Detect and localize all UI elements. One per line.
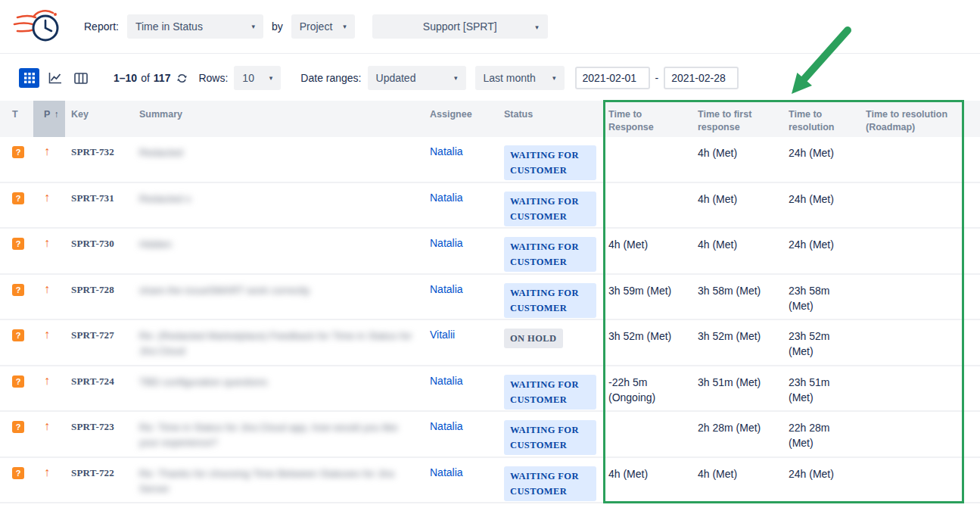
assignee-link[interactable]: Natalia <box>430 237 463 249</box>
toolbar: 1–10 of 117 Rows: 10 ▾ Date ranges: Upda… <box>0 58 980 98</box>
issue-summary-redacted: Redacted <box>139 145 183 160</box>
time-to-resolution-cell: 24h (Met) <box>782 458 860 503</box>
question-type-icon: ? <box>12 146 24 158</box>
question-type-icon: ? <box>12 284 24 296</box>
time-to-resolution-cell: 24h (Met) <box>782 229 860 273</box>
grid-view-button[interactable] <box>19 68 39 88</box>
date-to-input[interactable] <box>664 67 739 89</box>
time-to-response-cell <box>602 183 692 228</box>
time-to-resolution-roadmap-cell <box>860 275 960 319</box>
clock-logo-icon <box>12 6 64 47</box>
table-row[interactable]: ? ↑ SPRT-730 Hidden Natalia WAITING FOR … <box>0 229 980 275</box>
chevron-down-icon: ▾ <box>535 24 539 31</box>
chevron-down-icon: ▾ <box>343 23 347 30</box>
column-header-type[interactable]: T <box>0 101 33 137</box>
app-logo <box>12 6 64 47</box>
issue-summary-redacted: Redacted x <box>139 192 191 207</box>
issue-summary-redacted: TBD configuration questions <box>139 375 268 390</box>
table-row[interactable]: ? ↑ SPRT-727 Re: (Redacted Marketplace) … <box>0 320 980 366</box>
column-header-time-to-first-response[interactable]: Time to first response <box>692 101 782 137</box>
status-badge: WAITING FOR CUSTOMER <box>504 420 596 455</box>
pagination-of-label: of <box>141 72 150 84</box>
question-type-icon: ? <box>12 375 24 388</box>
column-header-status[interactable]: Status <box>498 101 602 137</box>
table-row[interactable]: ? ↑ SPRT-724 TBD configuration questions… <box>0 366 980 413</box>
time-to-first-response-cell: 4h (Met) <box>692 183 782 228</box>
priority-up-icon: ↑ <box>44 191 50 204</box>
issues-table: T P ↑ Key Summary Assignee Status Time t… <box>0 101 980 503</box>
chevron-down-icon: ▾ <box>454 75 458 82</box>
issue-summary-redacted: Re: Time in Status for Jira Cloud app, h… <box>139 420 416 451</box>
status-badge: WAITING FOR CUSTOMER <box>504 145 596 180</box>
assignee-link[interactable]: Vitalii <box>430 329 455 341</box>
rows-per-page-select[interactable]: 10 ▾ <box>234 66 281 90</box>
report-label: Report: <box>84 20 119 33</box>
pagination-range: 1–10 <box>114 72 137 84</box>
question-type-icon: ? <box>12 329 24 341</box>
scope-select[interactable]: Project ▾ <box>291 14 355 39</box>
pagination: 1–10 of 117 <box>114 72 188 84</box>
scope-value: Project <box>300 20 333 33</box>
sort-ascending-icon: ↑ <box>54 109 59 120</box>
priority-up-icon: ↑ <box>44 282 50 295</box>
assignee-link[interactable]: Natalia <box>430 145 463 157</box>
board-view-button[interactable] <box>70 68 91 88</box>
table-row[interactable]: ? ↑ SPRT-723 Re: Time in Status for Jira… <box>0 412 980 458</box>
column-header-time-to-resolution-roadmap[interactable]: Time to resolution (Roadmap) <box>860 101 960 137</box>
question-type-icon: ? <box>12 467 24 479</box>
issue-summary-redacted: Re: Thanks for choosing Time Between Sta… <box>139 466 416 497</box>
issue-key: SPRT-722 <box>71 467 114 478</box>
priority-up-icon: ↑ <box>44 328 50 341</box>
time-to-response-cell: -22h 5m (Ongoing) <box>602 366 692 411</box>
table-row[interactable]: ? ↑ SPRT-732 Redacted Natalia WAITING FO… <box>0 137 980 183</box>
column-header-key[interactable]: Key <box>65 101 133 137</box>
table-row[interactable]: ? ↑ SPRT-728 share the issueSMART work c… <box>0 275 980 321</box>
time-to-response-cell: 3h 52m (Met) <box>602 320 692 365</box>
issue-key: SPRT-732 <box>71 146 114 157</box>
time-to-resolution-cell: 23h 52m (Met) <box>782 320 860 365</box>
status-badge: ON HOLD <box>504 329 563 348</box>
priority-column-label: P <box>44 109 50 120</box>
status-badge: WAITING FOR CUSTOMER <box>504 192 596 226</box>
table-row[interactable]: ? ↑ SPRT-722 Re: Thanks for choosing Tim… <box>0 458 980 504</box>
assignee-link[interactable]: Natalia <box>430 466 463 478</box>
pagination-total: 117 <box>154 72 171 84</box>
assignee-link[interactable]: Natalia <box>430 283 463 295</box>
question-type-icon: ? <box>12 192 24 204</box>
time-to-resolution-roadmap-cell <box>860 229 960 273</box>
time-to-resolution-roadmap-cell <box>860 366 960 411</box>
time-in-status-report-app: Report: Time in Status ▾ by Project ▾ Su… <box>0 0 980 511</box>
refresh-button[interactable] <box>176 73 188 84</box>
column-header-priority-sorted[interactable]: P ↑ <box>33 101 65 137</box>
report-type-select[interactable]: Time in Status ▾ <box>127 14 263 39</box>
time-to-resolution-cell: 24h (Met) <box>782 137 860 182</box>
table-row[interactable]: ? ↑ SPRT-731 Redacted x Natalia WAITING … <box>0 183 980 229</box>
issue-key: SPRT-727 <box>71 329 114 341</box>
time-to-first-response-cell: 4h (Met) <box>692 458 782 503</box>
time-to-resolution-cell: 23h 58m (Met) <box>782 275 860 319</box>
column-header-assignee[interactable]: Assignee <box>424 101 498 137</box>
assignee-link[interactable]: Natalia <box>430 420 463 432</box>
refresh-icon <box>176 73 188 84</box>
rows-label: Rows: <box>198 72 228 84</box>
time-to-response-cell <box>602 137 692 182</box>
assignee-link[interactable]: Natalia <box>430 192 463 204</box>
date-from-input[interactable] <box>575 67 650 89</box>
time-to-first-response-cell: 4h (Met) <box>692 137 782 182</box>
column-header-summary[interactable]: Summary <box>133 101 424 137</box>
time-to-resolution-cell: 24h (Met) <box>782 183 860 228</box>
table-header-row: T P ↑ Key Summary Assignee Status Time t… <box>0 101 980 137</box>
date-preset-value: Last month <box>484 72 536 84</box>
project-value: Support [SPRT] <box>423 20 497 33</box>
assignee-link[interactable]: Natalia <box>430 375 463 387</box>
time-to-resolution-roadmap-cell <box>860 320 960 365</box>
issue-key: SPRT-730 <box>71 238 114 249</box>
column-header-time-to-resolution[interactable]: Time to resolution <box>782 101 860 137</box>
chart-view-button[interactable] <box>45 68 65 88</box>
issue-key: SPRT-731 <box>71 192 114 204</box>
date-field-select[interactable]: Updated ▾ <box>368 66 466 90</box>
date-preset-select[interactable]: Last month ▾ <box>475 66 565 90</box>
project-select[interactable]: Support [SPRT] ▾ <box>372 14 548 39</box>
column-header-time-to-response[interactable]: Time to Response <box>602 101 692 137</box>
line-chart-icon <box>48 72 62 84</box>
